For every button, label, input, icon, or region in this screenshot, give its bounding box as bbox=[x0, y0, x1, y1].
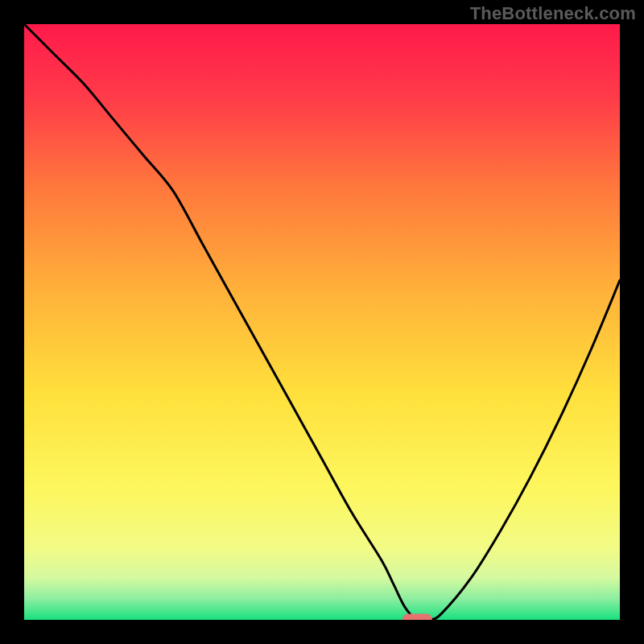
optimal-marker bbox=[402, 614, 432, 620]
gradient-background bbox=[24, 24, 620, 620]
watermark-text: TheBottleneck.com bbox=[470, 3, 636, 24]
bottleneck-chart bbox=[24, 24, 620, 620]
chart-frame: TheBottleneck.com bbox=[0, 0, 644, 644]
